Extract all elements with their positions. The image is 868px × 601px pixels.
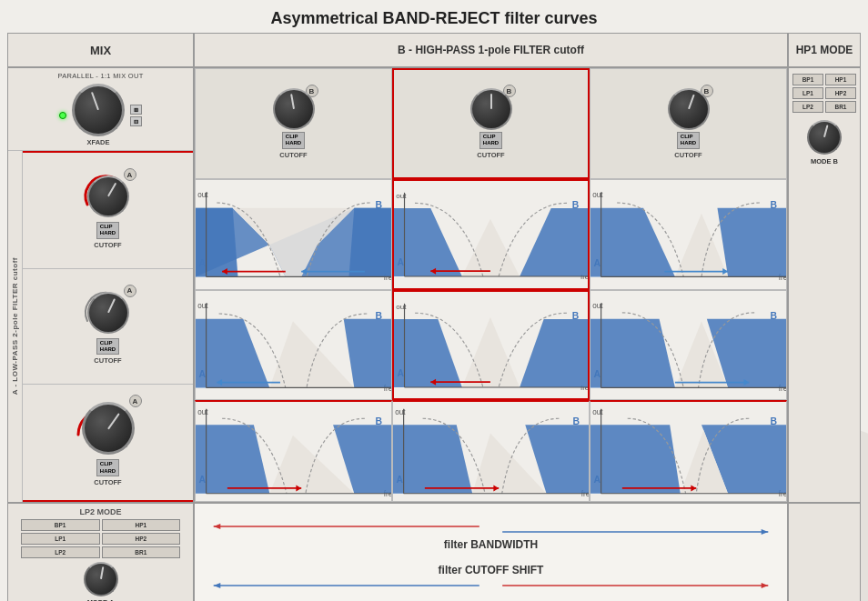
- curve-svg-3-2: out freq. A B: [590, 402, 786, 501]
- b-cutoff-label-1: CUTOFF: [279, 151, 307, 159]
- b-knob-cell-3: B CLIPHARD CUTOFF: [590, 68, 787, 179]
- svg-marker-53: [462, 316, 520, 386]
- svg-text:out: out: [396, 191, 407, 199]
- lp2-mode-panel: LP2 MODE BP1 HP1 LP1 HP2 LP2 BR1 MODE A: [7, 503, 194, 601]
- curve-cell-1-1-highlighted: out freq. A B: [392, 179, 590, 290]
- bandwidth-section: filter BANDWIDTH: [202, 523, 780, 551]
- b-knob-1-container[interactable]: B: [273, 88, 315, 130]
- lp2-hp2-btn[interactable]: HP2: [102, 533, 181, 545]
- svg-text:out: out: [396, 302, 407, 310]
- header-b-filter: B - HIGH-PASS 1-pole FILTER cutoff: [194, 33, 788, 67]
- bottom-center-panel: filter BANDWIDTH filter CUTOFF SHIFT: [194, 503, 788, 601]
- svg-marker-5: [196, 208, 237, 277]
- b-knob-cell-1: B CLIPHARD CUTOFF: [195, 68, 392, 179]
- b-knob-1[interactable]: [273, 88, 315, 130]
- hp1-mode-knob-container[interactable]: [807, 120, 842, 155]
- hp1-mode-bp1-btn[interactable]: BP1: [792, 74, 823, 85]
- b-knob-3-container[interactable]: B: [668, 88, 710, 130]
- clip-hard-btn-lp2[interactable]: CLIPHARD: [96, 338, 119, 355]
- a-lp1-row: A CLIPHARD CUTOFF: [23, 151, 193, 269]
- led-indicator: [59, 112, 66, 119]
- lp2-bp1-btn[interactable]: BP1: [21, 519, 100, 531]
- bandwidth-arrows: [202, 523, 780, 536]
- hp1-mode-lp1-btn[interactable]: LP1: [792, 87, 823, 99]
- lp2-mode-knob-container[interactable]: [84, 562, 118, 596]
- bottom-row: LP2 MODE BP1 HP1 LP1 HP2 LP2 BR1 MODE A: [7, 503, 861, 594]
- b-cutoff-label-3: CUTOFF: [674, 151, 701, 159]
- b-cutoff-label-2: CUTOFF: [477, 151, 504, 159]
- curve-svg-1-1: out freq. A B: [394, 181, 588, 288]
- a-badge-sub: A: [129, 395, 142, 407]
- page-container: Asymmetrical BAND-REJECT filter curves M…: [0, 0, 868, 601]
- lp2-lp2-btn[interactable]: LP2: [21, 546, 100, 558]
- curve-cell-1-2: out freq. A B: [590, 179, 787, 290]
- svg-text:out: out: [592, 191, 603, 199]
- filter-grid: B CLIPHARD CUTOFF B: [194, 67, 788, 503]
- cutoff-svg: [202, 579, 780, 592]
- b-knob-2[interactable]: [470, 88, 512, 130]
- svg-text:out: out: [197, 302, 208, 310]
- curve-svg-3-0: out freq. A B: [196, 402, 391, 501]
- svg-marker-6: [349, 208, 391, 277]
- svg-marker-103: [214, 524, 221, 529]
- svg-text:out: out: [592, 302, 603, 310]
- curve-cell-2-1-highlighted: out freq. A B: [392, 290, 590, 401]
- io-box-1: ⊞: [130, 105, 142, 115]
- svg-marker-105: [762, 529, 769, 535]
- svg-text:out: out: [395, 408, 406, 416]
- svg-text:out: out: [592, 408, 603, 416]
- a-lp1-knob-container[interactable]: A CLIPHARD CUTOFF: [84, 172, 133, 248]
- hp1-mode-hp2-btn[interactable]: HP2: [825, 87, 856, 99]
- hp1-mode-br1-btn[interactable]: BR1: [825, 101, 856, 113]
- lp2-mode-buttons-grid: BP1 HP1 LP1 HP2 LP2 BR1: [21, 519, 181, 558]
- curve-cell-1-0: out freq. A B: [195, 179, 392, 290]
- page-title: Asymmetrical BAND-REJECT filter curves: [0, 0, 868, 34]
- a-sub-cutoff-label: CUTOFF: [94, 478, 121, 486]
- svg-marker-107: [214, 583, 221, 588]
- curve-svg-2-2: out freq. A B: [590, 291, 786, 400]
- clip-hard-btn-sub[interactable]: CLIPHARD: [96, 459, 119, 476]
- svg-marker-30: [717, 208, 786, 277]
- a-lp2-cutoff-label: CUTOFF: [94, 356, 121, 365]
- curve-svg-3-1: out freq. A B: [393, 402, 589, 501]
- lp2-mode-label: LP2 MODE: [79, 507, 121, 516]
- header-mix: MIX: [7, 33, 194, 67]
- b-knob-2-container[interactable]: B: [470, 88, 512, 130]
- a-lowpass-sections: A - LOW-PASS 2-pole FILTER cutoff A: [8, 151, 193, 502]
- curve-cell-2-2: out freq. A B: [590, 290, 787, 401]
- bandwidth-svg: [202, 523, 780, 536]
- svg-marker-52: [520, 319, 588, 387]
- a-lp2-knob-container[interactable]: A CLIPHARD CUTOFF: [84, 288, 133, 365]
- lp2-hp1-btn[interactable]: HP1: [102, 519, 181, 531]
- a-lp2-row: A CLIPHARD CUTOFF: [23, 269, 193, 386]
- clip-hard-btn-b3[interactable]: CLIPHARD: [677, 132, 700, 148]
- svg-marker-41: [344, 318, 391, 387]
- lp2-mode-knob[interactable]: [84, 562, 118, 596]
- curve-svg-1-2: out freq. A B: [590, 180, 786, 289]
- a-sub-row: A CLIPHARD CUTOFF: [23, 385, 193, 502]
- a-sub-knob-container[interactable]: A CLIPHARD CUTOFF: [78, 398, 138, 486]
- cutoff-section: filter CUTOFF SHIFT: [202, 564, 780, 592]
- mix-panel: PARALLEL - 1:1 MIX OUT XFADE ⊞: [8, 68, 193, 151]
- b-knob-3[interactable]: [668, 88, 710, 130]
- curve-svg-1-0: out freq. A B: [196, 180, 391, 289]
- clip-hard-btn-b2[interactable]: CLIPHARD: [479, 132, 502, 148]
- a-lp2-knob[interactable]: [87, 292, 129, 334]
- hp1-mode-hp1-btn[interactable]: HP1: [825, 74, 856, 85]
- hp1-mode-knob[interactable]: [807, 120, 842, 155]
- lp2-lp1-btn[interactable]: LP1: [21, 533, 100, 545]
- hp1-mode-lp2-btn[interactable]: LP2: [792, 101, 823, 113]
- svg-marker-95: [590, 426, 681, 495]
- io-box-2: ⊟: [130, 116, 142, 126]
- hp1-mode-panel: BP1 HP1 LP1 HP2 LP2 BR1 MODE B: [788, 67, 861, 503]
- xfade-knob[interactable]: [72, 84, 125, 136]
- clip-hard-btn-lp1[interactable]: CLIPHARD: [96, 222, 119, 238]
- curve-svg-2-1: out freq. A B: [394, 292, 588, 399]
- a-sub-knob[interactable]: [82, 402, 135, 455]
- clip-hard-btn-b1[interactable]: CLIPHARD: [282, 132, 305, 148]
- lp2-br1-btn[interactable]: BR1: [102, 546, 181, 558]
- a-lp1-knob[interactable]: [87, 175, 129, 217]
- svg-marker-29: [590, 208, 675, 277]
- xfade-knob-container[interactable]: XFADE: [72, 84, 125, 146]
- io-boxes: ⊞ ⊟: [130, 105, 142, 126]
